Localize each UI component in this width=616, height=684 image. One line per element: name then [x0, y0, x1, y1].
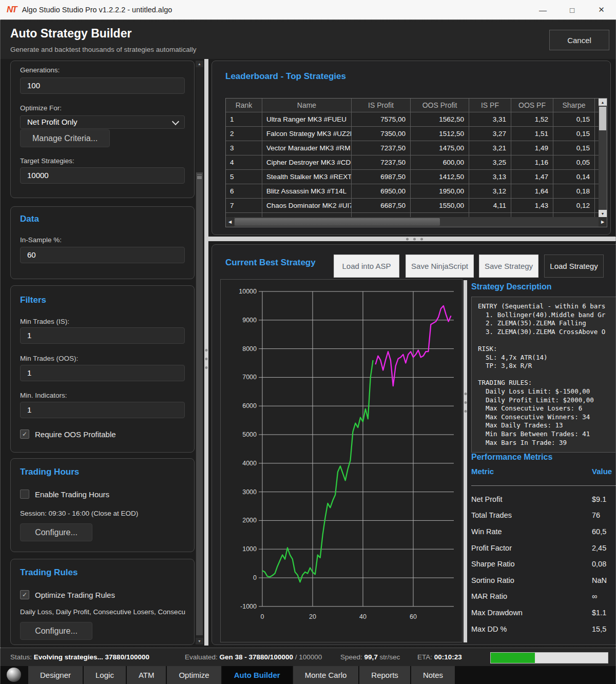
load-strategy-button[interactable]: Load Strategy — [544, 255, 604, 278]
table-cell: Cipher Destroyer MK3 #CDI — [262, 155, 352, 170]
maximize-icon[interactable]: □ — [557, 0, 587, 19]
table-row[interactable]: 5Stealth Stalker MK3 #REXT6987,501412,50… — [226, 170, 607, 184]
in-sample-input[interactable]: 60 — [20, 247, 185, 263]
close-icon[interactable]: ✕ — [587, 0, 616, 19]
trading-hours-group: Trading Hours ✓ Enable Trading Hours Ses… — [10, 458, 195, 552]
tab-logic[interactable]: Logic — [84, 666, 126, 684]
scroll-up-icon[interactable]: ▲ — [196, 61, 203, 67]
cancel-button[interactable]: Cancel — [549, 30, 609, 50]
tab-notes[interactable]: Notes — [411, 666, 455, 684]
speed-text: Speed: 99,7 str/sec — [340, 653, 400, 661]
scroll-left-icon[interactable]: ◀ — [226, 217, 234, 227]
table-horizontal-scrollbar[interactable]: ◀ ▶ — [226, 217, 607, 227]
tab-auto-builder[interactable]: Auto Builder — [222, 666, 292, 684]
tab-optimize[interactable]: Optimize — [167, 666, 221, 684]
target-strategies-input[interactable]: 10000 — [20, 167, 185, 184]
enable-trading-hours-checkbox[interactable]: ✓ — [20, 490, 29, 499]
configure-hours-button[interactable]: Configure... — [20, 523, 92, 541]
generations-label: Generations: — [20, 66, 60, 74]
svg-text:20: 20 — [309, 613, 316, 620]
metric-row: MAR Ratio∞ — [471, 589, 616, 605]
svg-text:9000: 9000 — [242, 317, 257, 324]
scroll-right-icon[interactable]: ▶ — [599, 217, 607, 227]
metric-value: 0,08 — [592, 560, 616, 568]
title-bar: NT Algo Studio Studio Pro v1.2.2.2 - unt… — [0, 0, 616, 19]
table-cell: Ultra Ranger MK3 #FUEU — [262, 112, 352, 127]
table-row[interactable]: 2Falcon Strategy MK3 #UZ2L7350,001512,50… — [226, 127, 607, 141]
manage-criteria-button[interactable]: Manage Criteria... — [20, 129, 110, 147]
table-cell: 3,21 — [469, 141, 511, 155]
window-controls: — □ ✕ — [528, 0, 616, 19]
table-cell: 1,49 — [511, 141, 553, 155]
metric-value: $1.1 — [592, 609, 616, 617]
table-row[interactable]: 1Ultra Ranger MK3 #FUEU7575,001562,503,3… — [226, 112, 607, 127]
table-cell: 6950,00 — [352, 184, 411, 199]
optimize-trading-rules-row: ✓ Optimize Trading Rules — [20, 590, 115, 599]
speed-unit: str/sec — [380, 653, 400, 661]
column-header: Rank — [226, 99, 262, 112]
save-strategy-button[interactable]: Save Strategy — [479, 255, 538, 278]
data-group: Data In-Sample %: 60 — [10, 206, 195, 279]
tab-designer[interactable]: Designer — [28, 666, 83, 684]
page-subtitle: Generate and backtest thousands of strat… — [10, 46, 196, 53]
splitter-dots — [406, 238, 423, 240]
metric-value: ∞ — [592, 592, 616, 600]
table-cell: 1,52 — [511, 112, 553, 127]
min-trades-is-input[interactable]: 1 — [20, 327, 185, 344]
chart-splitter[interactable] — [464, 280, 467, 642]
save-ninjascript-button[interactable]: Save NinjaScript — [406, 255, 474, 278]
table-vscroll-thumb[interactable] — [599, 107, 606, 130]
min-trades-oos-input[interactable]: 1 — [20, 365, 185, 381]
sidebar-scrollbar[interactable]: ▲ ▼ — [196, 61, 203, 644]
tab-monte-carlo[interactable]: Monte Carlo — [293, 666, 359, 684]
enable-trading-hours-label: Enable Trading Hours — [35, 490, 109, 499]
tabs-container: DesignerLogicATMOptimizeAuto BuilderMont… — [28, 666, 456, 684]
configure-rules-button[interactable]: Configure... — [20, 622, 92, 640]
trading-rules-title: Trading Rules — [20, 568, 78, 578]
metric-row: Net Profit$9.1 — [471, 491, 616, 507]
optimize-trading-rules-checkbox[interactable]: ✓ — [20, 590, 29, 599]
equity-curve-svg: -100001000200030004000500060007000800090… — [221, 280, 461, 641]
require-oos-checkbox[interactable]: ✓ — [20, 429, 29, 439]
current-best-strategy-title: Current Best Strategy — [225, 258, 316, 268]
sidebar-scrollbar-thumb[interactable] — [196, 172, 203, 635]
table-vertical-scrollbar[interactable]: ▲ ▼ — [599, 99, 607, 217]
minimize-icon[interactable]: — — [528, 0, 557, 19]
column-header: OOS Profit — [411, 99, 469, 112]
nt-logo-icon: NT — [7, 5, 16, 15]
column-header: IS Profit — [352, 99, 411, 112]
table-hscroll-thumb[interactable] — [235, 218, 440, 226]
panel-splitter[interactable] — [208, 237, 616, 241]
table-cell: 1,47 — [511, 170, 553, 184]
data-section-title: Data — [20, 214, 39, 224]
scroll-up-icon[interactable]: ▲ — [599, 99, 607, 106]
filters-section-title: Filters — [20, 295, 46, 305]
scroll-down-icon[interactable]: ▼ — [196, 638, 203, 644]
table-cell: 0,15 — [553, 127, 595, 141]
speed-value: 99,7 — [364, 653, 378, 661]
chevron-down-icon — [172, 118, 179, 125]
checkmark-icon: ✓ — [22, 431, 27, 438]
thumb-grip — [197, 174, 202, 176]
generations-input[interactable]: 100 — [20, 77, 185, 94]
min-trades-oos-label: Min Trades (OOS): — [20, 355, 78, 362]
table-cell: 6 — [226, 184, 262, 199]
table-row[interactable]: 6Blitz Assassin MK3 #T14L6950,001950,003… — [226, 184, 607, 199]
table-row[interactable]: 4Cipher Destroyer MK3 #CDI7237,50600,003… — [226, 155, 607, 170]
strategy-description-box: ENTRY (Sequential - within 6 bars 1. Bol… — [471, 297, 616, 453]
metric-label: MAR Ratio — [471, 592, 592, 600]
strategy-description-title: Strategy Description — [471, 282, 551, 291]
table-cell: 1412,50 — [411, 170, 469, 184]
table-cell: Blitz Assassin MK3 #T14L — [262, 184, 352, 199]
tab-reports[interactable]: Reports — [359, 666, 410, 684]
eta-text: ETA: 00:10:23 — [417, 653, 462, 661]
scroll-down-icon[interactable]: ▼ — [599, 210, 607, 217]
table-cell: 2 — [226, 127, 262, 141]
table-row[interactable]: 3Vector Marauder MK3 #RM7237,501475,003,… — [226, 141, 607, 155]
load-into-asp-button[interactable]: Load into ASP — [334, 255, 399, 278]
tab-atm[interactable]: ATM — [127, 666, 166, 684]
min-indicators-input[interactable]: 1 — [20, 402, 185, 418]
table-row[interactable]: 7Chaos Dominator MK2 #UI76687,501550,004… — [226, 199, 607, 213]
sidebar-splitter[interactable] — [204, 59, 208, 646]
optimize-for-select[interactable]: Net Profit Only — [20, 115, 185, 129]
